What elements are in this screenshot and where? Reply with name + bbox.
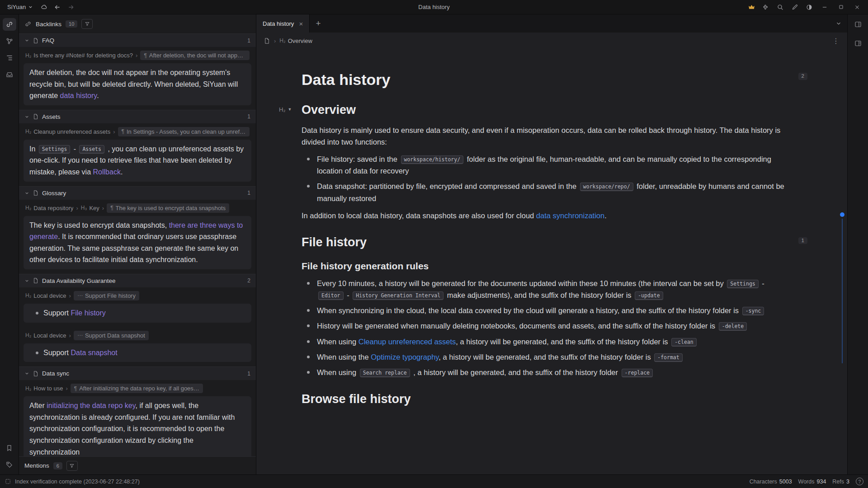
tab-data-history[interactable]: Data history ×: [256, 14, 310, 33]
search-icon[interactable]: [774, 2, 787, 13]
editor-scroll-area[interactable]: Data history2OverviewH₂▼Data history is …: [256, 49, 847, 474]
backlink-excerpt[interactable]: In Settings - Assets , you can clean up …: [24, 140, 251, 182]
block-ref-link[interactable]: Data snapshot: [71, 349, 117, 357]
heading-file-history[interactable]: File history1: [302, 235, 788, 249]
heading-overview[interactable]: OverviewH₂▼: [302, 103, 788, 117]
chevron-down-icon[interactable]: [24, 191, 29, 196]
section-header[interactable]: Data sync1: [19, 366, 256, 380]
back-icon[interactable]: [51, 2, 64, 13]
workspace-menu-button[interactable]: SiYuan: [4, 2, 37, 12]
outline-dock-icon[interactable]: [3, 52, 16, 64]
breadcrumb-item[interactable]: H₂Cleanup unreferenced assets: [25, 128, 110, 135]
backlink-breadcrumb[interactable]: H₂Local device›⋯Support File history: [19, 287, 256, 302]
backlink-breadcrumb[interactable]: H₂Is there any #Note# for deleting docs?…: [19, 47, 256, 62]
breadcrumb-item[interactable]: ¶After initializing the data repo key, i…: [71, 384, 203, 393]
backlinks-filter-button[interactable]: [81, 19, 93, 29]
backlink-excerpt[interactable]: After initializing the data repo key, if…: [24, 396, 251, 456]
breadcrumb-item[interactable]: H₂How to use: [25, 385, 63, 392]
help-icon[interactable]: ?: [856, 478, 863, 485]
text-run: .: [97, 92, 99, 99]
list-item[interactable]: When synchronizing in the cloud, the loc…: [317, 305, 788, 316]
chevron-down-icon[interactable]: [24, 371, 29, 376]
list-item[interactable]: When using Cleanup unreferenced assets, …: [317, 336, 788, 347]
close-button[interactable]: [850, 2, 864, 13]
chevron-down-icon[interactable]: [24, 278, 29, 283]
backlink-excerpt[interactable]: Support Data snapshot: [24, 343, 251, 362]
forward-icon[interactable]: [65, 2, 77, 13]
backlink-excerpt[interactable]: Support File history: [24, 304, 251, 323]
breadcrumb-item[interactable]: ¶In Settings - Assets, you can clean up …: [118, 127, 250, 136]
breadcrumb-item[interactable]: H₂Data repository: [25, 205, 73, 211]
list-item[interactable]: When using Search replace , a history wi…: [317, 366, 788, 378]
list-item[interactable]: Data snapshot: partitioned by file, encr…: [317, 180, 788, 204]
heading-browse-file-history[interactable]: Browse file history: [302, 392, 788, 406]
breadcrumb-item[interactable]: ⋯Support File history: [74, 291, 139, 300]
heading-file-history-generation-rules[interactable]: File history generation rules: [302, 260, 788, 272]
plugin-icon[interactable]: [760, 2, 772, 13]
backlink-count-badge[interactable]: 2: [798, 73, 807, 80]
maximize-button[interactable]: [834, 2, 848, 13]
section-header[interactable]: FAQ1: [19, 33, 256, 47]
backlink-excerpt[interactable]: After deletion, the doc will not appear …: [24, 63, 251, 105]
section-header[interactable]: Data Availability Guarantee2: [19, 274, 256, 287]
right-dock-panel-icon[interactable]: [851, 37, 865, 50]
backlink-breadcrumb[interactable]: H₂Data repository›H₃Key›¶The key is used…: [19, 200, 256, 215]
more-options-icon[interactable]: ⋮: [832, 37, 840, 45]
block-ref-link[interactable]: data history: [60, 92, 97, 99]
scrollbar-track[interactable]: [842, 219, 843, 363]
paragraph[interactable]: In addition to local data history, data …: [302, 210, 788, 221]
backlinks-dock-icon[interactable]: [3, 18, 16, 31]
new-tab-button[interactable]: +: [310, 14, 327, 33]
section-header[interactable]: Glossary1: [19, 186, 256, 200]
backlink-excerpt[interactable]: The key is used to encrypt data snapshot…: [24, 216, 251, 269]
hyperlink[interactable]: data synchronization: [536, 211, 604, 220]
crumb-text: After deletion, the doc will not appear …: [149, 52, 246, 59]
block-ref-link[interactable]: Rollback: [93, 168, 121, 176]
backlink-breadcrumb[interactable]: H₂How to use›¶After initializing the dat…: [19, 380, 256, 395]
mentions-filter-button[interactable]: [66, 461, 78, 471]
text-run: -: [760, 279, 764, 287]
list-item[interactable]: Every 10 minutes, a history will be gene…: [317, 277, 788, 301]
paragraph[interactable]: Data history is mainly used to ensure da…: [302, 124, 788, 148]
breadcrumb-item[interactable]: ¶The key is used to encrypt data snapsho…: [107, 203, 229, 213]
breadcrumb-item-overview[interactable]: H₂ Overview: [279, 38, 312, 44]
tab-list-chevron-icon[interactable]: [830, 14, 847, 33]
theme-toggle-icon[interactable]: [803, 2, 816, 13]
bookmark-dock-icon[interactable]: [3, 441, 16, 454]
edit-mode-pencil-icon[interactable]: [788, 2, 801, 13]
scroll-position-dot[interactable]: [840, 212, 844, 217]
backlink-breadcrumb[interactable]: H₂Local device›⋯Support Data snapshot: [19, 327, 256, 342]
breadcrumb-item[interactable]: H₃Key: [81, 205, 99, 211]
list-item[interactable]: History will be generated when manually …: [317, 320, 788, 332]
cloud-sync-icon[interactable]: [38, 2, 50, 13]
hyperlink[interactable]: Cleanup unreferenced assets: [359, 338, 456, 346]
right-panel-toggle-icon[interactable]: [851, 18, 865, 31]
breadcrumb-item[interactable]: H₂Local device: [25, 292, 66, 299]
tab-close-icon[interactable]: ×: [299, 20, 303, 28]
breadcrumb-item[interactable]: H₂Local device: [25, 332, 66, 339]
graph-dock-icon[interactable]: [3, 35, 16, 47]
backlink-breadcrumb[interactable]: H₂Cleanup unreferenced assets›¶In Settin…: [19, 123, 256, 138]
membership-crown-icon[interactable]: [745, 2, 758, 13]
block-ref-link[interactable]: File history: [71, 309, 105, 317]
chevron-down-icon[interactable]: [24, 38, 29, 43]
list-item[interactable]: When using the Optimize typography, a hi…: [317, 351, 788, 363]
text-run: In: [29, 145, 38, 153]
tag-dock-icon[interactable]: [3, 458, 16, 471]
section-header[interactable]: Assets1: [19, 110, 256, 123]
backlink-count-badge[interactable]: 1: [798, 237, 807, 244]
block-ref-link[interactable]: initializing the data repo key: [47, 402, 135, 409]
text-run: When using: [317, 368, 359, 376]
heading-data-history[interactable]: Data history2: [302, 70, 788, 89]
chevron-down-icon[interactable]: [24, 114, 29, 119]
list-item[interactable]: File history: saved in the workspace/his…: [317, 153, 788, 177]
hyperlink[interactable]: Optimize typography: [371, 353, 439, 361]
mentions-bar[interactable]: Mentions 6: [19, 456, 256, 474]
breadcrumb-item[interactable]: ⋯Support Data snapshot: [74, 331, 149, 340]
breadcrumb-item[interactable]: H₂Is there any #Note# for deleting docs?: [25, 52, 133, 59]
heading-text: Browse file history: [302, 392, 411, 406]
heading-collapse-icon[interactable]: ▼: [288, 108, 292, 113]
minimize-button[interactable]: [817, 2, 832, 13]
inbox-dock-icon[interactable]: [3, 68, 16, 81]
breadcrumb-item[interactable]: ¶After deletion, the doc will not appear…: [140, 51, 250, 60]
